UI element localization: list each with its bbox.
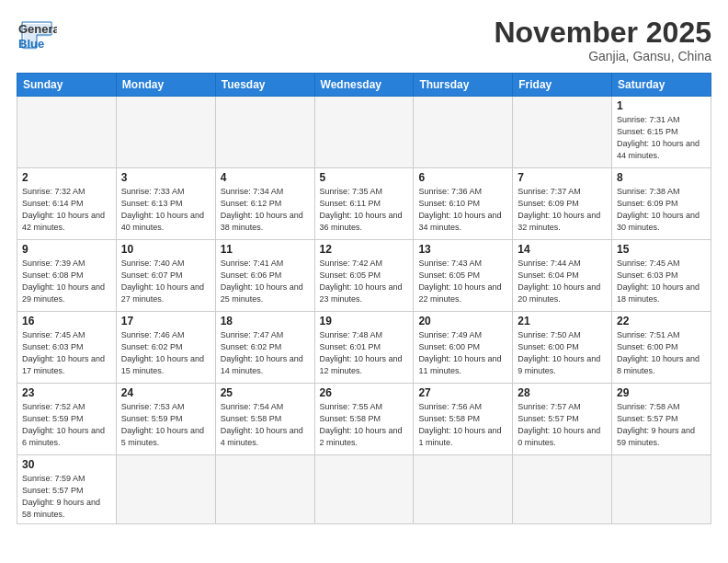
day-info: Sunrise: 7:59 AM Sunset: 5:57 PM Dayligh… — [22, 473, 111, 521]
week-row-1: 1Sunrise: 7:31 AM Sunset: 6:15 PM Daylig… — [17, 97, 711, 168]
day-info: Sunrise: 7:47 AM Sunset: 6:02 PM Dayligh… — [221, 329, 310, 377]
weekday-wednesday: Wednesday — [314, 74, 414, 97]
calendar-cell — [414, 455, 513, 524]
calendar-cell: 7Sunrise: 7:37 AM Sunset: 6:09 PM Daylig… — [513, 168, 612, 240]
day-info: Sunrise: 7:38 AM Sunset: 6:09 PM Dayligh… — [617, 186, 706, 234]
calendar-cell: 2Sunrise: 7:32 AM Sunset: 6:14 PM Daylig… — [17, 168, 117, 240]
day-info: Sunrise: 7:33 AM Sunset: 6:13 PM Dayligh… — [121, 186, 210, 234]
calendar-cell — [513, 455, 612, 524]
day-info: Sunrise: 7:34 AM Sunset: 6:12 PM Dayligh… — [221, 186, 310, 234]
day-info: Sunrise: 7:46 AM Sunset: 6:02 PM Dayligh… — [121, 329, 210, 377]
day-number: 2 — [22, 171, 111, 184]
title-block: November 2025 Ganjia, Gansu, China — [494, 17, 711, 63]
day-info: Sunrise: 7:45 AM Sunset: 6:03 PM Dayligh… — [617, 258, 706, 305]
calendar-cell: 28Sunrise: 7:57 AM Sunset: 5:57 PM Dayli… — [513, 384, 612, 455]
day-info: Sunrise: 7:49 AM Sunset: 6:00 PM Dayligh… — [418, 329, 507, 377]
day-info: Sunrise: 7:35 AM Sunset: 6:11 PM Dayligh… — [320, 186, 409, 234]
week-row-6: 30Sunrise: 7:59 AM Sunset: 5:57 PM Dayli… — [17, 455, 711, 524]
calendar-cell — [116, 97, 215, 168]
calendar-cell: 5Sunrise: 7:35 AM Sunset: 6:11 PM Daylig… — [314, 168, 414, 240]
calendar-cell: 14Sunrise: 7:44 AM Sunset: 6:04 PM Dayli… — [513, 240, 612, 312]
day-number: 25 — [221, 386, 310, 399]
calendar-cell: 23Sunrise: 7:52 AM Sunset: 5:59 PM Dayli… — [17, 384, 117, 455]
calendar-cell — [513, 97, 612, 168]
day-info: Sunrise: 7:44 AM Sunset: 6:04 PM Dayligh… — [518, 258, 607, 305]
weekday-saturday: Saturday — [612, 74, 711, 97]
day-number: 15 — [617, 243, 706, 256]
svg-text:General: General — [18, 22, 57, 36]
day-number: 10 — [121, 243, 210, 256]
day-number: 28 — [518, 386, 607, 399]
day-number: 17 — [121, 315, 210, 327]
weekday-header-row: SundayMondayTuesdayWednesdayThursdayFrid… — [17, 74, 711, 97]
calendar-cell: 26Sunrise: 7:55 AM Sunset: 5:58 PM Dayli… — [314, 384, 414, 455]
day-info: Sunrise: 7:56 AM Sunset: 5:58 PM Dayligh… — [418, 401, 507, 449]
calendar-cell: 22Sunrise: 7:51 AM Sunset: 6:00 PM Dayli… — [612, 312, 711, 384]
month-title: November 2025 — [494, 17, 711, 49]
svg-text:Blue: Blue — [18, 37, 44, 51]
day-number: 7 — [518, 171, 607, 184]
calendar-cell — [414, 97, 513, 168]
calendar-cell: 12Sunrise: 7:42 AM Sunset: 6:05 PM Dayli… — [314, 240, 414, 312]
calendar-cell: 19Sunrise: 7:48 AM Sunset: 6:01 PM Dayli… — [314, 312, 414, 384]
calendar-cell: 10Sunrise: 7:40 AM Sunset: 6:07 PM Dayli… — [116, 240, 215, 312]
day-number: 30 — [22, 458, 111, 471]
day-number: 18 — [221, 315, 310, 327]
day-number: 19 — [320, 315, 409, 327]
day-number: 20 — [418, 315, 507, 327]
calendar-cell: 21Sunrise: 7:50 AM Sunset: 6:00 PM Dayli… — [513, 312, 612, 384]
weekday-monday: Monday — [116, 74, 215, 97]
weekday-tuesday: Tuesday — [215, 74, 314, 97]
day-info: Sunrise: 7:53 AM Sunset: 5:59 PM Dayligh… — [121, 401, 210, 449]
calendar-cell: 29Sunrise: 7:58 AM Sunset: 5:57 PM Dayli… — [612, 384, 711, 455]
day-number: 14 — [518, 243, 607, 256]
calendar-cell: 4Sunrise: 7:34 AM Sunset: 6:12 PM Daylig… — [215, 168, 314, 240]
day-info: Sunrise: 7:55 AM Sunset: 5:58 PM Dayligh… — [320, 401, 409, 449]
calendar-cell: 3Sunrise: 7:33 AM Sunset: 6:13 PM Daylig… — [116, 168, 215, 240]
calendar-cell — [612, 455, 711, 524]
calendar-cell: 9Sunrise: 7:39 AM Sunset: 6:08 PM Daylig… — [17, 240, 117, 312]
week-row-5: 23Sunrise: 7:52 AM Sunset: 5:59 PM Dayli… — [17, 384, 711, 455]
page: General Blue November 2025 Ganjia, Gansu… — [0, 0, 728, 563]
day-info: Sunrise: 7:31 AM Sunset: 6:15 PM Dayligh… — [617, 114, 706, 162]
calendar-cell: 30Sunrise: 7:59 AM Sunset: 5:57 PM Dayli… — [17, 455, 117, 524]
day-info: Sunrise: 7:39 AM Sunset: 6:08 PM Dayligh… — [22, 258, 111, 305]
calendar-cell: 6Sunrise: 7:36 AM Sunset: 6:10 PM Daylig… — [414, 168, 513, 240]
day-number: 16 — [22, 315, 111, 327]
day-number: 3 — [121, 171, 210, 184]
location-subtitle: Ganjia, Gansu, China — [494, 49, 711, 63]
calendar-cell: 20Sunrise: 7:49 AM Sunset: 6:00 PM Dayli… — [414, 312, 513, 384]
day-info: Sunrise: 7:50 AM Sunset: 6:00 PM Dayligh… — [518, 329, 607, 377]
day-number: 8 — [617, 171, 706, 184]
header: General Blue November 2025 Ganjia, Gansu… — [17, 17, 711, 63]
weekday-thursday: Thursday — [414, 74, 513, 97]
day-info: Sunrise: 7:42 AM Sunset: 6:05 PM Dayligh… — [320, 258, 409, 305]
day-number: 1 — [617, 99, 706, 112]
day-number: 27 — [418, 386, 507, 399]
day-number: 4 — [221, 171, 310, 184]
day-info: Sunrise: 7:41 AM Sunset: 6:06 PM Dayligh… — [221, 258, 310, 305]
calendar-cell: 1Sunrise: 7:31 AM Sunset: 6:15 PM Daylig… — [612, 97, 711, 168]
calendar-cell: 16Sunrise: 7:45 AM Sunset: 6:03 PM Dayli… — [17, 312, 117, 384]
calendar-cell: 15Sunrise: 7:45 AM Sunset: 6:03 PM Dayli… — [612, 240, 711, 312]
day-info: Sunrise: 7:45 AM Sunset: 6:03 PM Dayligh… — [22, 329, 111, 377]
day-number: 23 — [22, 386, 111, 399]
calendar-cell: 17Sunrise: 7:46 AM Sunset: 6:02 PM Dayli… — [116, 312, 215, 384]
calendar-cell — [116, 455, 215, 524]
day-number: 29 — [617, 386, 706, 399]
calendar-cell — [314, 455, 414, 524]
day-number: 22 — [617, 315, 706, 327]
calendar-cell: 11Sunrise: 7:41 AM Sunset: 6:06 PM Dayli… — [215, 240, 314, 312]
week-row-3: 9Sunrise: 7:39 AM Sunset: 6:08 PM Daylig… — [17, 240, 711, 312]
weekday-sunday: Sunday — [17, 74, 117, 97]
calendar-cell — [215, 97, 314, 168]
day-number: 6 — [418, 171, 507, 184]
day-info: Sunrise: 7:48 AM Sunset: 6:01 PM Dayligh… — [320, 329, 409, 377]
logo: General Blue — [17, 17, 57, 57]
calendar-cell — [215, 455, 314, 524]
calendar-cell: 8Sunrise: 7:38 AM Sunset: 6:09 PM Daylig… — [612, 168, 711, 240]
day-number: 24 — [121, 386, 210, 399]
day-number: 26 — [320, 386, 409, 399]
calendar-cell — [314, 97, 414, 168]
day-info: Sunrise: 7:51 AM Sunset: 6:00 PM Dayligh… — [617, 329, 706, 377]
